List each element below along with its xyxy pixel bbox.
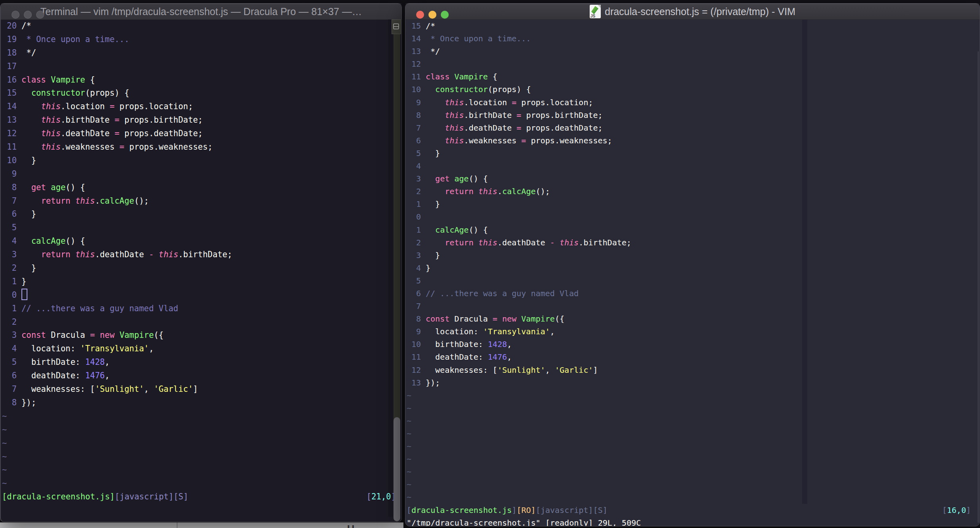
code-token: [RO] xyxy=(517,505,536,515)
tilde-line: ~ xyxy=(1,423,401,437)
tilde-marker: ~ xyxy=(407,492,411,502)
line-number: 8 xyxy=(2,396,17,410)
code-token: { xyxy=(85,75,95,85)
line-number: 4 xyxy=(407,160,421,172)
code-line: 11 deathDate: 1476, xyxy=(405,351,980,363)
code-line: 6 this.weaknesses = props.weaknesses; xyxy=(405,134,980,147)
code-token: this xyxy=(478,187,497,196)
tilde-line: ~ xyxy=(405,389,980,402)
terminal-titlebar[interactable]: Terminal — vim /tmp/dracula-screenshot.j… xyxy=(1,4,401,20)
line-number: 19 xyxy=(2,33,17,46)
code-token: , xyxy=(144,384,154,394)
code-line: 0 xyxy=(1,289,401,302)
tilde-marker: ~ xyxy=(407,391,411,400)
code-line: 10 constructor(props) { xyxy=(405,83,980,96)
code-token: 21,0 xyxy=(371,492,391,501)
code-token: this xyxy=(41,142,60,152)
code-token: () { xyxy=(469,174,488,183)
code-token: ] xyxy=(966,505,971,515)
code-token: (); xyxy=(134,196,149,206)
desktop: H Terminal — vim /tmp/dracula-screenshot… xyxy=(0,0,980,528)
code-token: // ...there was a guy named Vlad xyxy=(426,289,579,298)
code-token: } xyxy=(426,199,440,209)
tilde-line: ~ xyxy=(405,440,980,453)
code-token: location: xyxy=(426,327,483,336)
code-line: 2 xyxy=(1,316,401,329)
code-token: - xyxy=(550,238,555,247)
close-button[interactable] xyxy=(416,11,424,19)
line-number: 3 xyxy=(407,249,421,262)
code-token: = xyxy=(115,115,120,125)
code-token: this xyxy=(445,110,464,120)
macvim-titlebar[interactable]: JS dracula-screenshot.js = (/private/tmp… xyxy=(405,4,980,20)
code-token: props.weaknesses; xyxy=(526,136,612,145)
scrollbar-thumb[interactable] xyxy=(394,417,400,521)
code-token: deathDate: xyxy=(21,371,85,380)
code-token xyxy=(426,225,435,235)
code-token: 'Sunlight' xyxy=(498,365,545,375)
document-proxy-icon[interactable]: JS xyxy=(590,5,601,18)
code-token: [ xyxy=(942,505,947,515)
code-token: ] xyxy=(193,384,198,394)
code-token: return xyxy=(445,238,478,247)
code-line: 5 } xyxy=(405,147,980,160)
code-token: age xyxy=(454,174,469,183)
tilde-marker: ~ xyxy=(2,452,7,461)
code-token: birthDate: xyxy=(426,339,488,349)
line-number: 0 xyxy=(407,210,421,223)
code-token: = xyxy=(115,129,120,138)
code-token: } xyxy=(21,209,36,219)
tilde-marker: ~ xyxy=(2,438,7,448)
line-number: 5 xyxy=(407,274,421,287)
code-token xyxy=(426,123,445,133)
line-number: 0 xyxy=(2,289,17,302)
code-token: this xyxy=(445,98,464,107)
code-line: 1} xyxy=(1,275,401,289)
traffic-lights xyxy=(12,11,44,19)
code-token: props.location; xyxy=(115,102,193,111)
line-number: 7 xyxy=(407,300,421,312)
close-button[interactable] xyxy=(12,11,19,19)
vim-buffer[interactable]: 20/*19 * Once upon a time...18 */1716cla… xyxy=(1,19,401,522)
code-token: , xyxy=(507,339,512,349)
line-number: 15 xyxy=(407,19,421,32)
tilde-line: ~ xyxy=(1,463,401,477)
line-number: 5 xyxy=(2,221,17,235)
code-line: 3 } xyxy=(405,249,980,262)
vim-buffer[interactable]: 15/*14 * Once upon a time...13 */1211cla… xyxy=(405,19,980,526)
code-token: 1428 xyxy=(488,339,507,349)
code-line: 9 location: 'Transylvania', xyxy=(405,325,980,338)
code-token: weaknesses: [ xyxy=(426,365,498,375)
line-number: 4 xyxy=(407,262,421,274)
code-token: props.deathDate; xyxy=(120,129,203,138)
code-token xyxy=(426,238,445,247)
code-token: deathDate: xyxy=(426,352,488,362)
line-number: 7 xyxy=(2,383,17,396)
split-pane-button[interactable] xyxy=(392,19,401,34)
minimize-button[interactable] xyxy=(428,11,436,19)
code-line: 17 xyxy=(1,60,401,73)
line-number: 8 xyxy=(2,181,17,195)
code-line: 9 this.location = props.location; xyxy=(405,96,980,109)
zoom-button[interactable] xyxy=(36,11,44,19)
code-line: 12 xyxy=(405,58,980,70)
statusline-cursor-position: [16,0] xyxy=(942,504,971,516)
scrollbar-thumb[interactable] xyxy=(978,51,979,523)
code-token: Dracula xyxy=(454,314,492,324)
code-token xyxy=(154,250,158,259)
minimize-button[interactable] xyxy=(24,11,32,19)
code-line: 8const Dracula = new Vampire({ xyxy=(405,312,980,325)
code-line: 11class Vampire { xyxy=(405,70,980,83)
code-token: , xyxy=(507,352,512,362)
code-token xyxy=(426,110,445,120)
code-token: 'Transylvania' xyxy=(80,344,149,353)
zoom-button[interactable] xyxy=(441,11,449,19)
line-number: 9 xyxy=(407,325,421,338)
line-number: 2 xyxy=(2,316,17,329)
code-token: [javascript][S] xyxy=(115,492,188,501)
tilde-marker: ~ xyxy=(407,467,411,476)
code-line: 3const Dracula = new Vampire({ xyxy=(1,329,401,342)
code-line: 4 location: 'Transylvania', xyxy=(1,342,401,356)
line-number: 20 xyxy=(2,19,17,33)
code-token: } xyxy=(426,148,440,158)
